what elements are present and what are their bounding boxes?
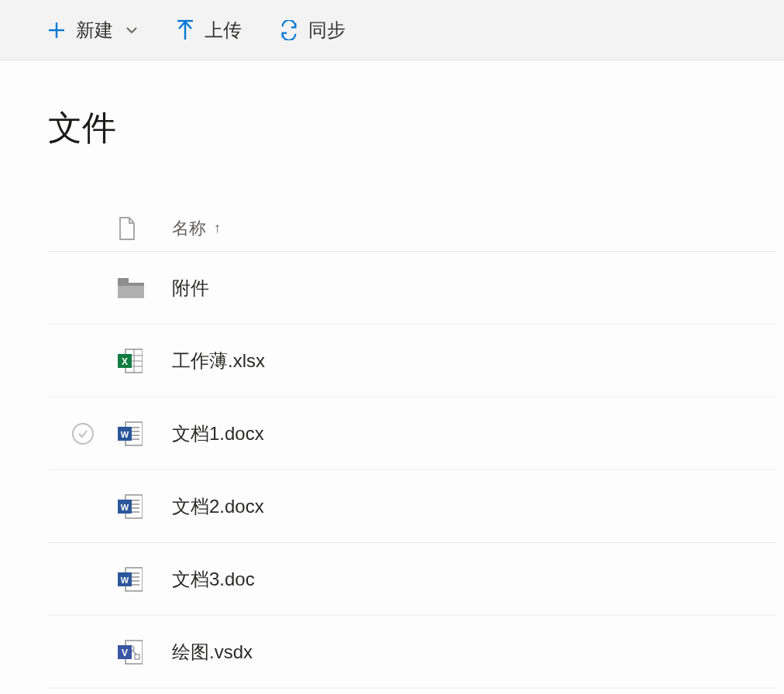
file-name[interactable]: 文档2.docx	[172, 494, 264, 519]
type-column-header	[118, 217, 172, 240]
list-item[interactable]: W 文档2.docx	[48, 470, 776, 543]
word-icon: W	[118, 421, 143, 447]
file-name[interactable]: 文档3.doc	[172, 567, 255, 592]
file-type-icon: X	[118, 348, 172, 374]
word-icon: W	[118, 566, 143, 593]
svg-rect-5	[118, 278, 129, 284]
list-item[interactable]: V 绘图.vsdx	[48, 616, 776, 689]
excel-icon: X	[118, 348, 143, 374]
plus-icon	[46, 20, 67, 40]
toolbar: 新建 上传 同步	[0, 0, 784, 60]
file-type-icon: W	[118, 421, 172, 447]
name-column-header[interactable]: 名称 ↑	[172, 217, 221, 240]
svg-text:W: W	[121, 575, 129, 585]
svg-text:W: W	[121, 430, 129, 439]
name-column-label: 名称	[172, 217, 206, 240]
svg-text:X: X	[122, 356, 128, 367]
file-list: 名称 ↑ 附件 X 工作薄.xlsx	[48, 205, 776, 689]
file-name[interactable]: 工作薄.xlsx	[172, 349, 265, 373]
sync-button[interactable]: 同步	[279, 18, 346, 43]
svg-rect-6	[118, 286, 144, 298]
row-select[interactable]	[48, 423, 118, 445]
list-item[interactable]: 附件	[48, 252, 776, 325]
sync-button-label: 同步	[308, 18, 346, 43]
upload-icon	[175, 20, 195, 40]
visio-icon: V	[118, 639, 143, 665]
file-type-icon: V	[118, 639, 172, 665]
svg-text:V: V	[122, 648, 128, 658]
new-button[interactable]: 新建	[46, 18, 138, 43]
list-header: 名称 ↑	[48, 205, 776, 252]
file-type-icon: W	[118, 566, 172, 593]
list-item[interactable]: W 文档1.docx	[48, 397, 776, 470]
file-type-icon	[118, 278, 172, 298]
word-icon: W	[118, 493, 143, 520]
file-name[interactable]: 文档1.docx	[172, 421, 264, 446]
file-name[interactable]: 附件	[172, 276, 209, 301]
sync-icon	[279, 20, 299, 40]
file-icon	[118, 217, 136, 240]
upload-button[interactable]: 上传	[175, 18, 242, 43]
upload-button-label: 上传	[205, 18, 242, 43]
list-item[interactable]: W 文档3.doc	[48, 543, 776, 616]
file-name[interactable]: 绘图.vsdx	[172, 640, 253, 665]
new-button-label: 新建	[76, 18, 113, 43]
file-type-icon: W	[118, 493, 172, 520]
svg-text:W: W	[121, 503, 129, 512]
folder-icon	[118, 278, 144, 298]
chevron-down-icon	[126, 24, 138, 36]
sort-ascending-icon: ↑	[214, 220, 221, 236]
page-title: 文件	[0, 60, 784, 151]
list-item[interactable]: X 工作薄.xlsx	[48, 325, 776, 397]
